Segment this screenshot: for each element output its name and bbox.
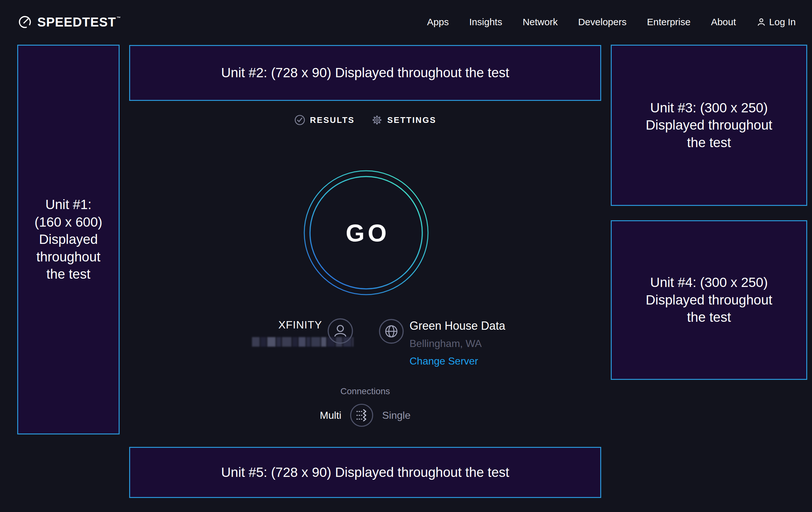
login-button[interactable]: Log In	[756, 17, 796, 27]
ad-text: Unit #5: (728 x 90) Displayed throughout…	[221, 464, 509, 481]
tab-results[interactable]: RESULTS	[294, 114, 355, 126]
speedtest-logo[interactable]: SPEEDTEST™	[18, 15, 121, 29]
ad-text-line: the test	[47, 266, 91, 283]
go-button[interactable]: GO	[303, 169, 429, 296]
nav-item-about[interactable]: About	[711, 17, 736, 27]
server-icon	[379, 319, 404, 345]
connections-single-option[interactable]: Single	[382, 409, 410, 421]
nav-item-insights[interactable]: Insights	[469, 17, 502, 27]
tab-results-label: RESULTS	[310, 115, 355, 125]
login-label: Log In	[769, 17, 796, 27]
connections-toggle-row: Multi Single	[129, 403, 601, 428]
person-circle-icon	[327, 318, 353, 344]
ad-text-line: the test	[687, 134, 731, 152]
gear-icon	[371, 114, 383, 126]
check-circle-icon	[294, 114, 306, 126]
ad-text-line: Displayed throughout	[646, 116, 773, 134]
nav-item-developers[interactable]: Developers	[578, 17, 627, 27]
ad-text: Unit #2: (728 x 90) Displayed throughout…	[221, 64, 509, 82]
ad-text-line: Unit #4: (300 x 250)	[650, 274, 768, 291]
multi-arrows-circle-icon[interactable]	[350, 403, 374, 427]
ad-unit-2-banner[interactable]: Unit #2: (728 x 90) Displayed throughout…	[129, 45, 601, 101]
tab-bar: RESULTS	[129, 114, 601, 126]
ad-text-line: Displayed	[39, 231, 97, 248]
server-info: Green House Data Bellingham, WA Change S…	[409, 319, 505, 367]
ad-text-line: throughout	[36, 248, 100, 266]
nav-item-network[interactable]: Network	[523, 17, 558, 27]
ad-text-line: Displayed throughout	[646, 291, 773, 309]
ad-text-line: (160 x 600)	[34, 214, 102, 231]
ad-text-line: Unit #1:	[45, 196, 91, 214]
server-name: Green House Data	[409, 319, 505, 332]
ad-text-line: Unit #3: (300 x 250)	[650, 99, 768, 117]
isp-name: XFINITY	[223, 319, 322, 331]
top-nav: SPEEDTEST™ Apps Insights Network Develop…	[0, 0, 812, 44]
connections-multi-option[interactable]: Multi	[320, 409, 342, 421]
tab-settings[interactable]: SETTINGS	[371, 114, 436, 126]
server-location: Bellingham, WA	[409, 338, 505, 350]
speedtest-gauge-icon	[18, 15, 32, 29]
ad-unit-1-skyscraper[interactable]: Unit #1: (160 x 600) Displayed throughou…	[17, 45, 120, 434]
ad-unit-4-rectangle[interactable]: Unit #4: (300 x 250) Displayed throughou…	[611, 220, 807, 380]
tab-settings-label: SETTINGS	[387, 115, 436, 125]
trademark-mark: ™	[117, 16, 121, 21]
ad-text-line: the test	[687, 309, 731, 326]
ad-unit-3-rectangle[interactable]: Unit #3: (300 x 250) Displayed throughou…	[611, 45, 807, 206]
person-icon	[756, 17, 766, 27]
host-icon	[327, 318, 353, 345]
connections-label: Connections	[129, 386, 601, 397]
logo-text: SPEEDTEST™	[37, 15, 121, 29]
speedtest-page: SPEEDTEST™ Apps Insights Network Develop…	[0, 0, 812, 512]
globe-circle-icon	[379, 319, 404, 344]
change-server-link[interactable]: Change Server	[409, 355, 505, 367]
nav-item-apps[interactable]: Apps	[427, 17, 449, 27]
nav-links: Apps Insights Network Developers Enterpr…	[427, 17, 796, 27]
nav-item-enterprise[interactable]: Enterprise	[647, 17, 691, 27]
ad-unit-5-banner[interactable]: Unit #5: (728 x 90) Displayed throughout…	[129, 447, 601, 498]
go-label: GO	[303, 169, 429, 296]
